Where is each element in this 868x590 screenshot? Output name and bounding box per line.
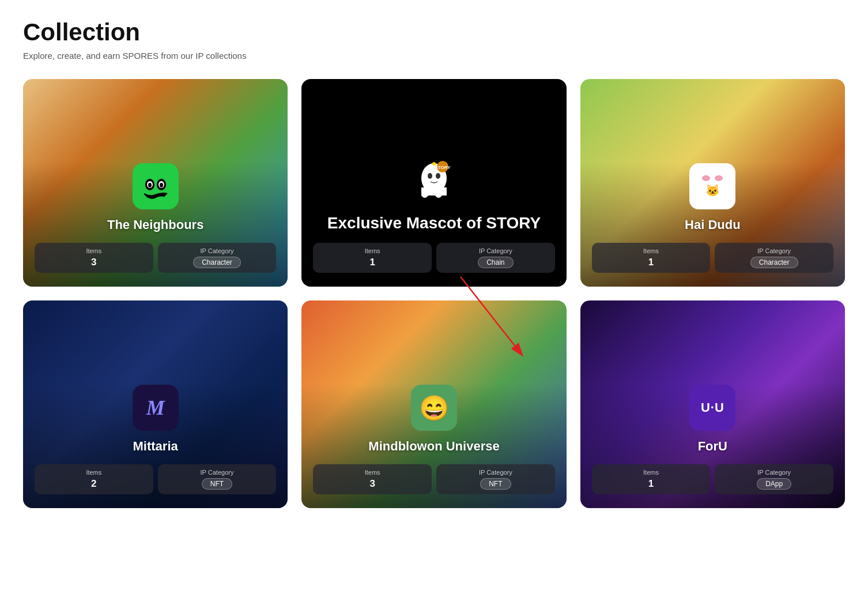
card-items-haidudu: Items 1 <box>592 243 711 273</box>
card-items-foru: Items 1 <box>592 464 711 494</box>
svg-point-5 <box>160 183 163 187</box>
card-category-neighbours: IP Category Character <box>158 243 277 273</box>
collection-card-mindblowon[interactable]: 😄 Mindblowon Universe Items 3 IP Categor… <box>301 300 566 508</box>
card-items-mindblowon: Items 3 <box>313 464 432 494</box>
card-stats-foru: Items 1 IP Category DApp <box>592 464 833 494</box>
card-stats-mindblowon: Items 3 IP Category NFT <box>313 464 554 494</box>
card-items-story: Items 1 <box>313 243 432 273</box>
card-title-story: Exclusive Mascot of STORY <box>327 214 541 232</box>
card-title-foru: ForU <box>698 439 727 454</box>
svg-point-8 <box>428 173 432 179</box>
card-items-neighbours: Items 3 <box>35 243 153 273</box>
svg-point-4 <box>148 183 152 187</box>
collection-card-neighbours[interactable]: The Neighbours Items 3 IP Category Chara… <box>23 79 288 287</box>
card-stats-neighbours: Items 3 IP Category Character <box>35 243 276 273</box>
page-title: Collection <box>23 18 845 46</box>
card-category-mindblowon: IP Category NFT <box>436 464 555 494</box>
card-category-story: IP Category Chain <box>436 243 555 273</box>
card-title-neighbours: The Neighbours <box>107 217 203 232</box>
card-stats-story: Items 1 IP Category Chain <box>313 243 554 273</box>
collection-grid: The Neighbours Items 3 IP Category Chara… <box>23 79 845 508</box>
svg-text:STORY: STORY <box>435 165 451 170</box>
page-subtitle: Explore, create, and earn SPORES from ou… <box>23 51 845 61</box>
card-category-mittaria: IP Category NFT <box>158 464 277 494</box>
collection-card-story[interactable]: STORY Exclusive Mascot of STORY Items 1 … <box>301 79 566 287</box>
svg-point-9 <box>436 173 440 179</box>
card-title-haidudu: Hai Dudu <box>685 217 741 232</box>
card-items-mittaria: Items 2 <box>35 464 153 494</box>
svg-point-12 <box>432 162 436 166</box>
collection-card-foru[interactable]: U·U ForU Items 1 IP Category DApp <box>580 300 845 508</box>
card-category-foru: IP Category DApp <box>715 464 833 494</box>
card-title-mittaria: Mittaria <box>133 439 178 454</box>
card-title-mindblowon: Mindblowon Universe <box>368 439 499 454</box>
collection-card-haidudu[interactable]: 🐱 Hai Dudu Items 1 IP Category Character <box>580 79 845 287</box>
collection-card-mittaria[interactable]: M Mittaria Items 2 IP Category NFT <box>23 300 288 508</box>
card-stats-haidudu: Items 1 IP Category Character <box>592 243 833 273</box>
card-stats-mittaria: Items 2 IP Category NFT <box>35 464 276 494</box>
card-category-haidudu: IP Category Character <box>715 243 833 273</box>
